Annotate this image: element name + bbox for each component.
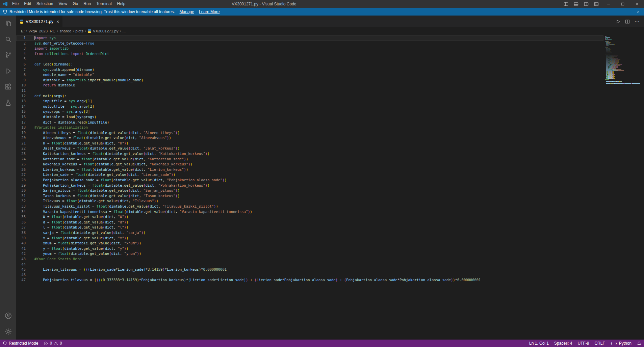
more-actions-button[interactable]: ⋯ — [633, 17, 641, 26]
search-icon[interactable] — [0, 31, 16, 47]
line-number[interactable]: 17 — [16, 120, 30, 125]
toggle-secondary-sidebar-icon[interactable] — [581, 0, 591, 8]
code-line-content[interactable]: Jalat_korkeus = float(dimtable.get_value… — [30, 146, 180, 151]
code-line-content[interactable]: Kattoreian_sade = float(dimtable.get_val… — [30, 157, 188, 162]
split-editor-button[interactable] — [623, 17, 632, 26]
line-number[interactable]: 8 — [16, 72, 30, 78]
code-line[interactable]: 45 Lierion_tilavuus = (((Lierion_sade*Li… — [16, 267, 603, 272]
line-number[interactable]: 30 — [16, 188, 30, 193]
restricted-mode-status[interactable]: Restricted Mode — [0, 340, 41, 347]
code-line-content[interactable]: Ainevahvuus = float(dimtable.get_value(d… — [30, 135, 171, 141]
line-number[interactable]: 45 — [16, 267, 30, 272]
line-number[interactable]: 35 — [16, 214, 30, 220]
code-line[interactable]: 44 — [16, 262, 603, 267]
accounts-icon[interactable] — [0, 308, 16, 324]
line-number[interactable]: 11 — [16, 88, 30, 94]
minimap[interactable] — [603, 35, 640, 340]
line-number[interactable]: 34 — [16, 209, 30, 215]
code-line[interactable]: 13 inputfile = sys.argv[1] — [16, 99, 603, 104]
code-line[interactable]: 6def load(dirname): — [16, 62, 603, 67]
code-line-content[interactable]: #Variables initialization — [30, 125, 88, 130]
code-line[interactable]: 7 sys.path.append(dirname) — [16, 67, 603, 73]
line-number[interactable]: 39 — [16, 236, 30, 241]
source-control-icon[interactable] — [0, 47, 16, 63]
code-line-content[interactable]: Varasto_kapasiteetti_tonneissa = float(d… — [30, 209, 252, 215]
code-line-content[interactable]: Tason_korkeus = float(dimtable.get_value… — [30, 193, 180, 199]
breadcrumb-item[interactable]: shared — [59, 29, 71, 33]
line-number[interactable]: 7 — [16, 67, 30, 73]
code-line[interactable]: 19 Aineen_tiheys = float(dimtable.get_va… — [16, 130, 603, 136]
testing-icon[interactable] — [0, 95, 16, 111]
line-number[interactable]: 20 — [16, 135, 30, 141]
language-mode-status[interactable]: { } Python — [608, 340, 634, 347]
code-line-content[interactable]: Lierion_sade = float(dimtable.get_value(… — [30, 172, 175, 178]
code-line[interactable]: 17 dict = dimtable.read(inputfile) — [16, 120, 603, 125]
code-line[interactable]: 35 W = float(dimtable.get_value(dict, "W… — [16, 214, 603, 220]
line-number[interactable]: 24 — [16, 157, 30, 162]
breadcrumb-item[interactable]: ... — [122, 29, 126, 33]
code-line[interactable]: 14 outputfile = sys.argv[2] — [16, 104, 603, 109]
code-line[interactable]: 46 — [16, 272, 603, 278]
code-line[interactable]: 29 Pohjakartion_korkeus = float(dimtable… — [16, 183, 603, 188]
code-line[interactable]: 21 H = float(dimtable.get_value(dict, "H… — [16, 141, 603, 146]
code-line[interactable]: 30 Sarjan_pituus = float(dimtable.get_va… — [16, 188, 603, 193]
code-line-content[interactable]: #Your Code Starts Here — [30, 257, 81, 262]
code-line-content[interactable]: dimtable = importlib.import_module(modul… — [30, 78, 143, 83]
code-line-content[interactable]: Sarjan_pituus = float(dimtable.get_value… — [30, 188, 180, 193]
code-line[interactable]: 18#Variables initialization — [16, 125, 603, 130]
line-number[interactable]: 26 — [16, 167, 30, 172]
code-line[interactable]: 1import sys — [16, 35, 603, 41]
code-line[interactable]: 31 Tason_korkeus = float(dimtable.get_va… — [16, 193, 603, 199]
code-line-content[interactable]: Aineen_tiheys = float(dimtable.get_value… — [30, 130, 180, 136]
code-line-content[interactable]: import sys — [30, 35, 56, 41]
line-number[interactable]: 47 — [16, 277, 30, 283]
line-number[interactable]: 15 — [16, 109, 30, 114]
code-line[interactable]: 23 Kattokartion_korkeus = float(dimtable… — [16, 151, 603, 157]
toggle-primary-sidebar-icon[interactable] — [561, 0, 571, 8]
settings-gear-icon[interactable] — [0, 324, 16, 340]
code-line[interactable]: 4from collections import OrderedDict — [16, 51, 603, 57]
code-line-content[interactable]: Lierion_korkeus = float(dimtable.get_val… — [30, 167, 188, 172]
menu-file[interactable]: File — [9, 0, 21, 8]
run-button[interactable] — [614, 17, 622, 26]
code-line[interactable]: 36 d = float(dimtable.get_value(dict, "d… — [16, 220, 603, 225]
line-number[interactable]: 21 — [16, 141, 30, 146]
line-number[interactable]: 4 — [16, 51, 30, 57]
line-number[interactable]: 1 — [16, 35, 30, 41]
code-line-content[interactable]: y = float(dimtable.get_value(dict, "y")) — [30, 246, 128, 251]
line-number[interactable]: 14 — [16, 104, 30, 109]
menu-view[interactable]: View — [56, 0, 70, 8]
code-line-content[interactable]: module_name = "dimtable" — [30, 72, 94, 78]
line-number[interactable]: 37 — [16, 225, 30, 230]
code-line[interactable]: 24 Kattoreian_sade = float(dimtable.get_… — [16, 157, 603, 162]
menu-terminal[interactable]: Terminal — [94, 0, 114, 8]
code-line-content[interactable]: H = float(dimtable.get_value(dict, "H")) — [30, 141, 128, 146]
menu-selection[interactable]: Selection — [34, 0, 56, 8]
line-number[interactable]: 9 — [16, 78, 30, 83]
menu-go[interactable]: Go — [70, 0, 81, 8]
code-line[interactable]: 42 ynum = float(dimtable.get_value(dict,… — [16, 251, 603, 257]
code-line-content[interactable]: W = float(dimtable.get_value(dict, "W")) — [30, 214, 128, 220]
code-line-content[interactable]: x = float(dimtable.get_value(dict, "x")) — [30, 236, 128, 241]
line-number[interactable]: 2 — [16, 41, 30, 46]
code-line-content[interactable] — [30, 56, 34, 62]
line-number[interactable]: 40 — [16, 241, 30, 246]
code-line[interactable]: 2sys.dont_write_bytecode=True — [16, 41, 603, 46]
code-line[interactable]: 39 x = float(dimtable.get_value(dict, "x… — [16, 236, 603, 241]
breadcrumb-item[interactable]: picts — [75, 29, 83, 33]
code-line[interactable]: 37 l = float(dimtable.get_value(dict, "l… — [16, 225, 603, 230]
line-number[interactable]: 10 — [16, 83, 30, 88]
code-line[interactable]: 38 sarja = float(dimtable.get_value(dict… — [16, 230, 603, 236]
banner-close-icon[interactable] — [636, 10, 640, 14]
line-number[interactable]: 5 — [16, 56, 30, 62]
breadcrumb-item[interactable]: VX3001271.py — [87, 29, 118, 33]
line-number[interactable]: 29 — [16, 183, 30, 188]
line-number[interactable]: 6 — [16, 62, 30, 67]
menu-help[interactable]: Help — [114, 0, 128, 8]
line-number[interactable]: 31 — [16, 193, 30, 199]
editor-code[interactable]: 1import sys2sys.dont_write_bytecode=True… — [16, 35, 603, 340]
code-line[interactable]: 47 Pohjakartion_tilavuus = ((((0.333333*… — [16, 277, 603, 283]
breadcrumb-item[interactable]: vxg4_2023_RC — [29, 29, 55, 33]
encoding-status[interactable]: UTF-8 — [575, 340, 592, 347]
code-line[interactable]: 20 Ainevahvuus = float(dimtable.get_valu… — [16, 135, 603, 141]
